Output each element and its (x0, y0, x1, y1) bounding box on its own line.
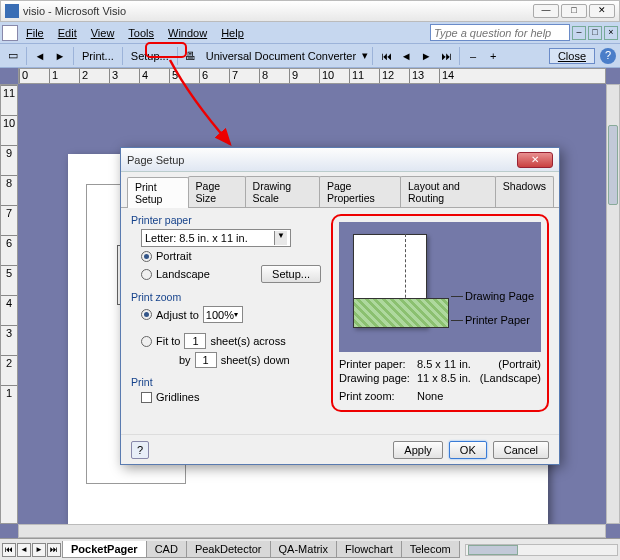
tab-layout-routing[interactable]: Layout and Routing (400, 176, 496, 207)
drawing-page-legend: Drawing Page (465, 290, 534, 302)
close-preview-button[interactable]: Close (549, 48, 595, 64)
prev-page-icon[interactable]: ◄ (397, 47, 415, 65)
tab-page-size[interactable]: Page Size (188, 176, 246, 207)
fit-across-input[interactable]: 1 (184, 333, 206, 349)
gridlines-checkbox[interactable] (141, 392, 152, 403)
first-page-icon[interactable]: ⏮ (377, 47, 395, 65)
help-icon[interactable]: ? (131, 441, 149, 459)
fit-to-radio[interactable] (141, 336, 152, 347)
scrollbar-vertical[interactable] (606, 84, 620, 524)
window-title: visio - Microsoft Visio (23, 5, 533, 17)
next-page-icon[interactable]: ► (417, 47, 435, 65)
last-page-icon[interactable]: ⏭ (437, 47, 455, 65)
adjust-to-radio[interactable] (141, 309, 152, 320)
preview-panel: Drawing Page Printer Paper Printer paper… (331, 214, 549, 412)
portrait-radio[interactable] (141, 251, 152, 262)
info-pp-orient: (Portrait) (498, 358, 541, 370)
minimize-button[interactable]: — (533, 4, 559, 18)
menu-file[interactable]: File (20, 25, 50, 41)
tab-nav-first-icon[interactable]: ⏮ (2, 543, 16, 557)
printer-paper-legend: Printer Paper (465, 314, 530, 326)
menu-edit[interactable]: Edit (52, 25, 83, 41)
sheet-tab[interactable]: PocketPager (62, 541, 147, 558)
adjust-percent-input[interactable]: 100% ▾ (203, 306, 243, 323)
paper-size-dropdown[interactable]: Letter: 8.5 in. x 11 in. ▼ (141, 229, 291, 247)
preview-drawing-page (353, 298, 449, 328)
annotation-highlight (145, 42, 187, 58)
chevron-down-icon: ▼ (274, 231, 287, 245)
cancel-button[interactable]: Cancel (493, 441, 549, 459)
tab-scrollbar[interactable] (465, 544, 618, 556)
visio-icon[interactable] (2, 25, 18, 41)
print-group-title: Print (131, 376, 321, 388)
separator (372, 47, 373, 65)
landscape-radio[interactable] (141, 269, 152, 280)
ok-button[interactable]: OK (449, 441, 487, 459)
info-dp-key: Drawing page: (339, 372, 417, 384)
close-window-button[interactable]: ✕ (589, 4, 615, 18)
page-setup-dialog: Page Setup ✕ Print Setup Page Size Drawi… (120, 147, 560, 465)
dialog-tabs: Print Setup Page Size Drawing Scale Page… (121, 172, 559, 208)
converter-dropdown[interactable]: Universal Document Converter (202, 50, 360, 62)
sheet-tab[interactable]: CAD (146, 541, 187, 558)
ruler-horizontal: 01234567891011121314 (18, 68, 606, 84)
help-search-input[interactable] (430, 24, 570, 41)
info-dp-orient: (Landscape) (480, 372, 541, 384)
tab-drawing-scale[interactable]: Drawing Scale (245, 176, 320, 207)
sheet-tab[interactable]: QA-Matrix (270, 541, 338, 558)
menu-window[interactable]: Window (162, 25, 213, 41)
sheet-tab[interactable]: Telecom (401, 541, 460, 558)
ruler-vertical: 1110987654321 (0, 84, 18, 524)
sheet-tab[interactable]: Flowchart (336, 541, 402, 558)
sheet-tabs-bar: ⏮ ◄ ► ⏭ PocketPager CAD PeakDetector QA-… (0, 538, 620, 560)
tab-nav-last-icon[interactable]: ⏭ (47, 543, 61, 557)
info-dp-val: 11 x 8.5 in. (417, 372, 480, 384)
toolbar: ▭ ◄ ► Print... Setup... 🖶 Universal Docu… (0, 44, 620, 68)
tab-print-setup[interactable]: Print Setup (127, 177, 189, 208)
print-button[interactable]: Print... (78, 50, 118, 62)
maximize-button[interactable]: □ (561, 4, 587, 18)
printer-setup-button[interactable]: Setup... (261, 265, 321, 283)
menu-help[interactable]: Help (215, 25, 250, 41)
portrait-label: Portrait (156, 250, 191, 262)
dropdown-arrow-icon[interactable]: ▾ (362, 49, 368, 62)
menu-tools[interactable]: Tools (122, 25, 160, 41)
tab-page-properties[interactable]: Page Properties (319, 176, 401, 207)
app-icon (5, 4, 19, 18)
mdi-restore-button[interactable]: □ (588, 26, 602, 40)
apply-button[interactable]: Apply (393, 441, 443, 459)
whole-page-icon[interactable]: ▭ (4, 47, 22, 65)
menu-view[interactable]: View (85, 25, 121, 41)
scrollbar-horizontal[interactable] (18, 524, 606, 538)
mdi-minimize-button[interactable]: – (572, 26, 586, 40)
tab-nav-prev-icon[interactable]: ◄ (17, 543, 31, 557)
tab-nav-next-icon[interactable]: ► (32, 543, 46, 557)
next-tile-icon[interactable]: ► (51, 47, 69, 65)
print-zoom-group-title: Print zoom (131, 291, 321, 303)
previous-tile-icon[interactable]: ◄ (31, 47, 49, 65)
dialog-close-button[interactable]: ✕ (517, 152, 553, 168)
zoom-out-icon[interactable]: – (464, 47, 482, 65)
separator (122, 47, 123, 65)
info-pz-key: Print zoom: (339, 390, 417, 402)
sheet-tab[interactable]: PeakDetector (186, 541, 271, 558)
gridlines-label: Gridlines (156, 391, 199, 403)
separator (459, 47, 460, 65)
dialog-titlebar[interactable]: Page Setup ✕ (121, 148, 559, 172)
help-icon[interactable]: ? (600, 48, 616, 64)
scrollbar-thumb[interactable] (468, 545, 518, 555)
tab-shadows[interactable]: Shadows (495, 176, 554, 207)
mdi-close-button[interactable]: × (604, 26, 618, 40)
fit-to-label: Fit to (156, 335, 180, 347)
by-label: by (179, 354, 191, 366)
zoom-in-icon[interactable]: + (484, 47, 502, 65)
window-titlebar: visio - Microsoft Visio — □ ✕ (0, 0, 620, 22)
fit-down-input[interactable]: 1 (195, 352, 217, 368)
dialog-title: Page Setup (127, 154, 517, 166)
dialog-left-panel: Printer paper Letter: 8.5 in. x 11 in. ▼… (131, 214, 321, 412)
menubar: File Edit View Tools Window Help – □ × (0, 22, 620, 44)
scrollbar-thumb[interactable] (608, 125, 618, 205)
separator (26, 47, 27, 65)
info-pp-key: Printer paper: (339, 358, 417, 370)
separator (73, 47, 74, 65)
